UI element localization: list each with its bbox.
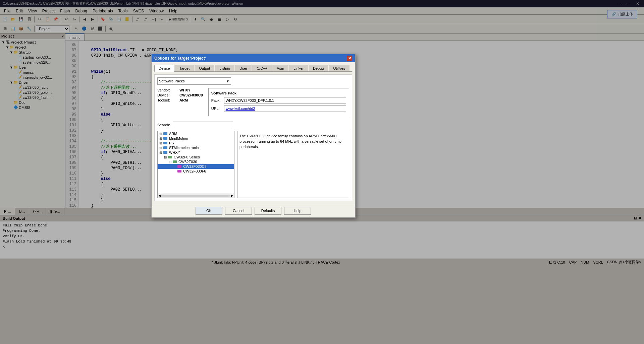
family-icon bbox=[168, 155, 173, 159]
vendor-icon bbox=[163, 141, 168, 145]
search-input[interactable] bbox=[173, 122, 233, 128]
dialog-body: Device Target Output Listing User C/C++ … bbox=[152, 62, 355, 204]
dt-item-cw32f030c8[interactable]: CW32F030C8 bbox=[158, 164, 234, 169]
dialog-title-bar: Options for Target 'Project' ✕ bbox=[152, 54, 355, 62]
dialog-help-btn[interactable]: Help bbox=[284, 207, 311, 215]
dropdown-label: Software Packs bbox=[159, 79, 184, 83]
dt-item-cw32f030[interactable]: ⊟ CW32F030 bbox=[158, 159, 234, 164]
svg-rect-2 bbox=[163, 142, 167, 144]
expand-icon: ⊟ bbox=[158, 151, 163, 154]
expand-icon: ⊟ bbox=[168, 160, 172, 164]
svg-rect-8 bbox=[177, 170, 181, 173]
dialog-tab-listing[interactable]: Listing bbox=[215, 65, 234, 71]
vendor-icon bbox=[163, 146, 168, 150]
dialog-tab-user[interactable]: User bbox=[235, 65, 252, 71]
dialog-tab-debug[interactable]: Debug bbox=[309, 65, 328, 71]
expand-icon: ⊞ bbox=[158, 141, 163, 145]
dt-item-st[interactable]: ⊞ STMicroelectronics bbox=[158, 145, 234, 150]
pack-section-title: Software Pack bbox=[211, 91, 346, 95]
device-description: The CW32F030 device family contains an A… bbox=[237, 131, 349, 198]
options-dialog: Options for Target 'Project' ✕ Device Ta… bbox=[151, 54, 356, 218]
svg-rect-6 bbox=[173, 160, 177, 163]
dropdown-arrow-icon: ▼ bbox=[226, 79, 229, 83]
device-tab-content: Software Packs ▼ Vendor: WHXY Device: CW… bbox=[154, 74, 352, 201]
svg-rect-7 bbox=[177, 165, 181, 168]
info-pack-row: Vendor: WHXY Device: CW32F030C8 Toolset:… bbox=[157, 88, 349, 119]
dialog-tab-linker[interactable]: Linker bbox=[289, 65, 308, 71]
dt-item-mindmotion[interactable]: ⊞ MindMotion bbox=[158, 136, 234, 141]
dialog-title-text: Options for Target 'Project' bbox=[154, 56, 206, 61]
dialog-ok-btn[interactable]: OK bbox=[196, 207, 222, 215]
scroll-left-btn[interactable]: ◀ bbox=[158, 194, 161, 197]
scroll-right-btn[interactable]: ▶ bbox=[231, 194, 233, 197]
dialog-tab-device[interactable]: Device bbox=[154, 65, 174, 72]
tree-hscrollbar[interactable]: ◀ ▶ bbox=[158, 193, 234, 198]
subfamily-icon bbox=[172, 160, 178, 164]
dt-item-arm[interactable]: ⊞ ARM bbox=[158, 131, 234, 136]
dialog-tab-output[interactable]: Output bbox=[195, 65, 214, 71]
vendor-icon bbox=[163, 136, 168, 140]
dialog-defaults-btn[interactable]: Defaults bbox=[255, 207, 281, 215]
url-container: www.keil.com/dd2 bbox=[224, 105, 346, 112]
chip-icon bbox=[177, 169, 182, 173]
search-label: Search: bbox=[157, 123, 170, 127]
url-row: URL: www.keil.com/dd2 bbox=[211, 105, 346, 112]
pack-value: WHXY.CW32F030_DFP.1.0.1 bbox=[224, 97, 346, 104]
software-packs-dropdown[interactable]: Software Packs ▼ bbox=[157, 77, 231, 85]
modal-overlay: Options for Target 'Project' ✕ Device Ta… bbox=[0, 0, 644, 344]
vendor-icon bbox=[163, 132, 168, 136]
search-row: Search: bbox=[157, 122, 349, 128]
expand-icon: ⊞ bbox=[158, 146, 163, 150]
expand-icon: ⊟ bbox=[163, 155, 168, 159]
svg-rect-1 bbox=[163, 137, 167, 140]
svg-rect-5 bbox=[168, 156, 172, 158]
dialog-tab-strip: Device Target Output Listing User C/C++ … bbox=[154, 65, 352, 72]
pack-label: Pack: bbox=[211, 98, 221, 102]
dt-item-ps[interactable]: ⊞ PS bbox=[158, 141, 234, 145]
device-info-section: Vendor: WHXY Device: CW32F030C8 Toolset:… bbox=[157, 88, 203, 119]
url-label: URL: bbox=[211, 107, 221, 111]
dt-item-cw32f0-series[interactable]: ⊟ CW32F0 Series bbox=[158, 155, 234, 159]
dt-item-cw32f030f6[interactable]: CW32F030F6 bbox=[158, 169, 234, 174]
expand-icon: ⊞ bbox=[158, 132, 163, 136]
svg-rect-3 bbox=[163, 146, 167, 149]
dialog-tab-utilities[interactable]: Utilities bbox=[329, 65, 349, 71]
dialog-tab-asm[interactable]: Asm bbox=[272, 65, 288, 71]
device-value: CW32F030C8 bbox=[179, 93, 203, 97]
chip-icon bbox=[177, 164, 182, 168]
toolset-label: Toolset: bbox=[157, 98, 177, 102]
dialog-close-btn[interactable]: ✕ bbox=[347, 56, 352, 61]
dialog-buttons: OK Cancel Defaults Help bbox=[152, 204, 355, 217]
software-pack-section: Software Pack Pack: WHXY.CW32F030_DFP.1.… bbox=[208, 88, 349, 116]
vendor-label: Vendor: bbox=[157, 88, 177, 92]
device-label: Device: bbox=[157, 93, 177, 97]
packs-dropdown-container: Software Packs ▼ bbox=[157, 77, 349, 85]
vendor-icon bbox=[163, 150, 168, 154]
dialog-tab-ccpp[interactable]: C/C++ bbox=[252, 65, 272, 71]
device-panel: ⊞ ARM ⊞ bbox=[157, 131, 349, 198]
dt-item-whxy[interactable]: ⊟ WHXY bbox=[158, 150, 234, 155]
dialog-cancel-btn[interactable]: Cancel bbox=[225, 207, 252, 215]
url-link[interactable]: www.keil.com/dd2 bbox=[226, 107, 255, 111]
vendor-value: WHXY bbox=[179, 88, 203, 92]
pack-row: Pack: WHXY.CW32F030_DFP.1.0.1 bbox=[211, 97, 346, 104]
svg-rect-4 bbox=[163, 151, 167, 154]
dialog-tab-target[interactable]: Target bbox=[175, 65, 194, 71]
expand-icon: ⊞ bbox=[158, 137, 163, 140]
device-tree[interactable]: ⊞ ARM ⊞ bbox=[157, 131, 234, 198]
toolset-value: ARM bbox=[179, 98, 203, 102]
svg-rect-0 bbox=[163, 132, 167, 135]
